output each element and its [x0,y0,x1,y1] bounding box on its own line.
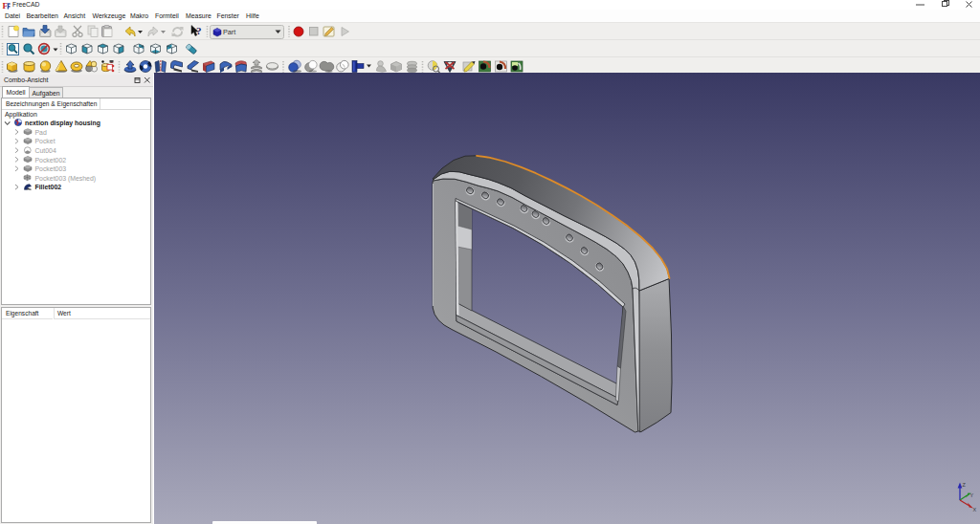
svg-text:X: X [973,507,977,513]
svg-text:Y: Y [970,492,974,498]
svg-text:Pocket003 (Meshed): Pocket003 (Meshed) [35,175,97,183]
svg-text:Applikation: Applikation [5,111,37,119]
svg-text:Fillet002: Fillet002 [35,184,62,190]
svg-text:?: ? [196,25,202,36]
svg-text:nextion display housing: nextion display housing [25,120,100,127]
svg-text:Pocket003: Pocket003 [35,165,67,172]
svg-text:Part: Part [223,28,235,36]
svg-text:Pad: Pad [35,129,47,136]
svg-text:Pocket: Pocket [35,138,56,144]
svg-text:Pocket002: Pocket002 [35,157,67,164]
svg-text:Cut004: Cut004 [35,147,56,154]
